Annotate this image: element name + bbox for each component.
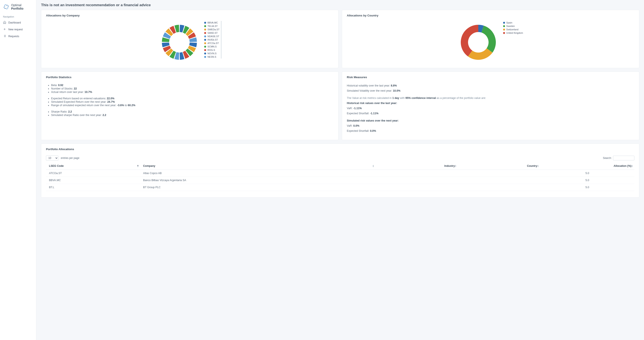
legend-label: SWEDa.ST	[208, 28, 219, 31]
cell-country	[458, 184, 540, 191]
cell-industry	[376, 177, 458, 184]
cell-industry	[376, 184, 458, 191]
legend-item: Spain	[503, 21, 523, 24]
legend-label: SAND.ST	[208, 32, 218, 34]
legend-label: NDASE.ST	[208, 35, 219, 38]
stat-item: Beta: 0.92	[51, 84, 334, 87]
card-alloc-country: Allocations by Country SpainSwedenSwitze…	[342, 10, 639, 68]
cell-industry	[376, 170, 458, 177]
legend-dot	[503, 22, 505, 24]
legend-item: NESN.S	[204, 55, 219, 58]
legend-label: NESN.S	[208, 55, 216, 58]
legend-item: TELIA.ST	[204, 24, 219, 28]
sidebar-item-label: Dashboard	[8, 21, 21, 24]
legend-item: ROG.S	[204, 48, 219, 52]
th-allocation[interactable]: Allocation (%)▲▼	[540, 162, 634, 170]
sidebar-item-requests[interactable]: Requests	[0, 33, 36, 40]
legend-label: INVEb.ST	[208, 38, 218, 41]
allocations-table: LSEG Code▲▼ Company▲▼ Industry▲▼ Country…	[46, 162, 634, 191]
table-row[interactable]: BT.LBT Group PLC5.0	[46, 184, 634, 191]
entries-label: entries per page	[61, 157, 79, 160]
legend-label: SCMN.S	[208, 45, 216, 48]
card-portfolio-allocations: Portfolio Allocations 10 entries per pag…	[41, 144, 639, 197]
plus-icon	[3, 27, 6, 31]
sidebar-item-new-request[interactable]: New request	[0, 26, 36, 33]
legend-dot	[503, 25, 505, 27]
var-desc: The Value at risk metrics calculated in …	[347, 96, 634, 100]
stat-item: Range of simulated expected return over …	[51, 104, 334, 107]
th-company[interactable]: Company▲▼	[140, 162, 376, 170]
cell-alloc: 5.0	[540, 170, 634, 177]
list-icon	[3, 34, 6, 38]
cell-code: ATCOa.ST	[46, 170, 140, 177]
hist-var: VaR: -1.11%	[347, 106, 634, 110]
search-label: Search:	[603, 157, 612, 160]
hist-es: Expected Shortfall: -1.11%	[347, 111, 634, 116]
stat-item: Simulated sharpe Ratio over the next yea…	[51, 113, 334, 117]
legend-dot	[204, 49, 206, 51]
page-size-control: 10 entries per page	[46, 156, 79, 161]
legend-label: Spain	[506, 21, 512, 24]
cell-country	[458, 170, 540, 177]
legend-dot	[204, 25, 206, 27]
legend-label: Switzerland	[506, 28, 518, 31]
cell-code: BBVA.MC	[46, 177, 140, 184]
stat-item: Actual return over last year: 10.7%	[51, 90, 334, 94]
legend-dot	[204, 35, 206, 37]
donut-chart-company	[158, 21, 201, 64]
legend-label: TELIA.ST	[208, 25, 218, 27]
sidebar: Optimal Portfolio Navigation DashboardNe…	[0, 0, 36, 340]
cell-code: BT.L	[46, 184, 140, 191]
sim-var: VaR: 0.0%	[347, 124, 634, 128]
stat-item: Simulated Expected Return over the next …	[51, 100, 334, 104]
legend-dot	[204, 42, 206, 44]
main-content: This is not an investment recommendation…	[36, 0, 644, 340]
th-lseg-code[interactable]: LSEG Code▲▼	[46, 162, 140, 170]
cell-alloc: 5.0	[540, 184, 634, 191]
stat-item: Expected Return based on entered valuati…	[51, 97, 334, 100]
legend-dot	[204, 52, 206, 54]
hist-header: Historical risk values over the last yea…	[347, 101, 634, 105]
legend-dot	[204, 39, 206, 41]
legend-dot	[204, 46, 206, 48]
legend-country: SpainSwedenSwitzerlandUnited Kingdom	[503, 21, 524, 35]
stat-item: Number of Stocks: 22	[51, 87, 334, 90]
card-alloc-company: Allocations by Company BBVA.MCTELIA.STSW…	[41, 10, 338, 68]
legend-company[interactable]: BBVA.MCTELIA.STSWEDa.STSAND.STNDASE.STIN…	[204, 21, 221, 58]
search-input[interactable]	[613, 156, 634, 161]
th-country[interactable]: Country▲▼	[458, 162, 540, 170]
legend-label: United Kingdom	[506, 32, 523, 34]
cell-company: Atlas Copco AB	[140, 170, 376, 177]
legend-item: Switzerland	[503, 28, 523, 31]
th-industry[interactable]: Industry▲▼	[376, 162, 458, 170]
sim-header: Simulated risk values over the next year…	[347, 119, 634, 123]
sidebar-item-label: Requests	[8, 35, 19, 38]
card-title: Portfolio Statistics	[46, 76, 334, 79]
hist-vol: Historical volatility over the last year…	[347, 84, 634, 88]
sidebar-item-label: New request	[8, 28, 23, 31]
cell-alloc: 5.0	[540, 177, 634, 184]
legend-item: Sweden	[503, 24, 523, 28]
card-title: Allocations by Company	[46, 14, 334, 17]
table-row[interactable]: ATCOa.STAtlas Copco AB5.0	[46, 170, 634, 177]
cell-company: BT Group PLC	[140, 184, 376, 191]
legend-item: NOVN.S	[204, 52, 219, 55]
page-size-select[interactable]: 10	[46, 156, 58, 161]
legend-item: SWEDa.ST	[204, 28, 219, 31]
home-icon	[3, 21, 6, 24]
legend-dot	[204, 32, 206, 34]
brand-logo: Optimal Portfolio	[0, 2, 36, 13]
legend-item: United Kingdom	[503, 31, 523, 35]
legend-label: Sweden	[506, 25, 515, 27]
disclaimer-text: This is not an investment recommendation…	[41, 3, 639, 7]
legend-dot	[503, 32, 505, 34]
legend-label: BBVA.MC	[208, 21, 218, 24]
card-title: Allocations by Country	[347, 14, 634, 17]
sidebar-item-dashboard[interactable]: Dashboard	[0, 19, 36, 26]
legend-item: SCMN.S	[204, 45, 219, 48]
legend-label: NOVN.S	[208, 52, 216, 55]
table-row[interactable]: BBVA.MCBanco Bilbao Vizcaya Argentaria S…	[46, 177, 634, 184]
nav-heading: Navigation	[0, 13, 36, 19]
legend-item: INVEb.ST	[204, 38, 219, 41]
legend-item: NDASE.ST	[204, 35, 219, 38]
